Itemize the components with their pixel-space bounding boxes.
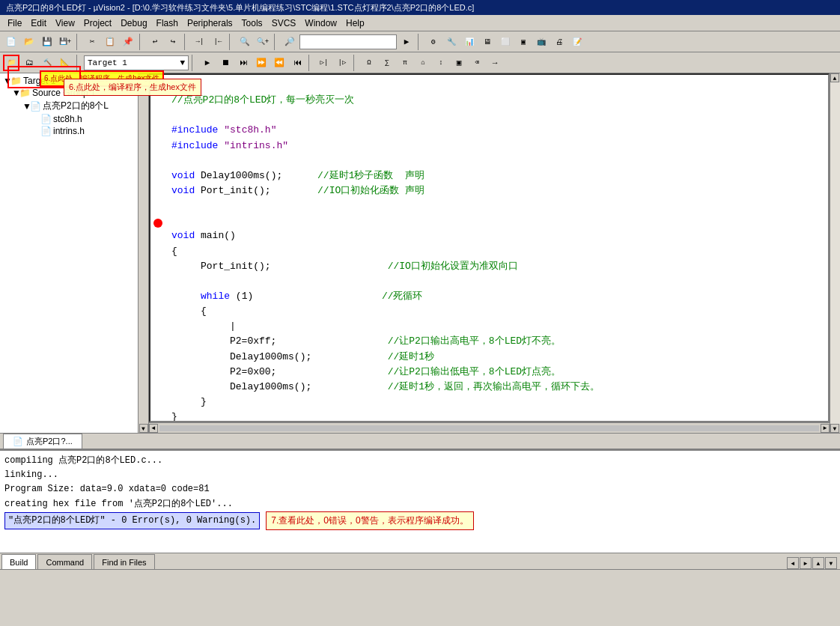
vscroll-down[interactable]: ▼ bbox=[830, 424, 839, 433]
menu-peripherals[interactable]: Peripherals bbox=[183, 16, 237, 30]
vscroll-up[interactable]: ▲ bbox=[830, 73, 839, 82]
menu-file[interactable]: File bbox=[3, 16, 26, 30]
search-icon[interactable]: 🔎 bbox=[281, 34, 298, 50]
search-input[interactable] bbox=[303, 37, 393, 46]
save-button[interactable]: 💾 bbox=[39, 34, 55, 50]
menu-svcs[interactable]: SVCS bbox=[267, 16, 301, 30]
output-line-2: linking... bbox=[4, 468, 836, 482]
sidebar-vscroll[interactable]: ▲ ▼ bbox=[139, 73, 149, 433]
misc-btn5[interactable]: ↕ bbox=[433, 55, 449, 71]
misc-btn4[interactable]: ⌂ bbox=[415, 55, 431, 71]
config5-button[interactable]: ⬜ bbox=[497, 34, 514, 50]
misc-btn1[interactable]: Ω bbox=[361, 55, 377, 71]
nav-up[interactable]: ▲ bbox=[812, 557, 824, 569]
toolbar2-btn2[interactable]: 🗂 bbox=[21, 55, 37, 71]
toolbar2-btn4[interactable]: 📐 bbox=[57, 55, 73, 71]
tree-item-source[interactable]: ▼ 📁 Source Group 1 bbox=[1, 87, 136, 99]
workspace-button[interactable]: 📁 bbox=[3, 55, 19, 71]
step4-button[interactable]: ⏮ bbox=[289, 55, 305, 71]
title-bar: 点亮P2口的8个LED灯 - µVision2 - [D:\0.学习软件练习文件… bbox=[0, 0, 840, 15]
menu-help[interactable]: Help bbox=[341, 16, 369, 30]
misc-btn3[interactable]: π bbox=[397, 55, 413, 71]
tree-item-intrins[interactable]: 📄 intrins.h bbox=[1, 125, 136, 137]
config9-button[interactable]: 📝 bbox=[569, 34, 585, 50]
tree-item-main-c[interactable]: ▼ 📄 点亮P2口的8个L bbox=[1, 99, 136, 113]
code-hscroll[interactable]: ◄ ► bbox=[149, 422, 830, 433]
menu-flash[interactable]: Flash bbox=[152, 16, 183, 30]
tab-find-in-files[interactable]: Find in Files bbox=[94, 554, 154, 569]
menu-tools[interactable]: Tools bbox=[237, 16, 267, 30]
code-text[interactable]: //点亮P2口的8个LED灯，每一秒亮灭一次 #include "stc8h.h… bbox=[165, 75, 828, 421]
debug-btn2[interactable]: |▷ bbox=[334, 55, 350, 71]
run-button[interactable]: ▶ bbox=[199, 55, 216, 71]
while-kw: while bbox=[201, 291, 230, 302]
nav-arrows: ◄ ► ▲ ▼ bbox=[784, 557, 840, 569]
redo-button[interactable]: ↪ bbox=[165, 34, 181, 50]
nav-prev[interactable]: ◄ bbox=[787, 557, 799, 569]
menu-debug[interactable]: Debug bbox=[116, 16, 151, 30]
tab-icon: 📄 bbox=[13, 437, 23, 446]
menu-project[interactable]: Project bbox=[79, 16, 116, 30]
tree-item-stc8h[interactable]: 📄 stc8h.h bbox=[1, 113, 136, 125]
tab-find-label: Find in Files bbox=[102, 558, 146, 567]
main-c-label: 点亮P2口的8个L bbox=[43, 100, 109, 112]
copy-button[interactable]: 📋 bbox=[102, 34, 118, 50]
config3-button[interactable]: 📊 bbox=[461, 34, 478, 50]
unindent-button[interactable]: |← bbox=[210, 34, 226, 50]
search-dropdown[interactable] bbox=[299, 34, 397, 49]
tab-build[interactable]: Build bbox=[1, 554, 36, 569]
tab-main-c[interactable]: 📄 点亮P2口?... bbox=[3, 434, 82, 449]
save-all-button[interactable]: 💾+ bbox=[57, 34, 73, 50]
debug-btn1[interactable]: ▷| bbox=[316, 55, 332, 71]
hscroll-left[interactable]: ◄ bbox=[149, 424, 158, 433]
config8-button[interactable]: 🖨 bbox=[551, 34, 567, 50]
indent-button[interactable]: →| bbox=[192, 34, 208, 50]
menu-edit[interactable]: Edit bbox=[26, 16, 51, 30]
tab-command[interactable]: Command bbox=[37, 554, 92, 569]
config2-button[interactable]: 🔧 bbox=[443, 34, 460, 50]
new-button[interactable]: 📄 bbox=[3, 34, 19, 50]
config4-button[interactable]: 🖥 bbox=[479, 34, 496, 50]
source-label: Source Group 1 bbox=[32, 88, 96, 98]
undo-button[interactable]: ↩ bbox=[147, 34, 163, 50]
sidebar: ▼ 📁 Target 1 ▼ 📁 Source Group 1 ▼ 📄 点亮P2… bbox=[0, 73, 139, 433]
config7-button[interactable]: 📺 bbox=[533, 34, 550, 50]
target-dropdown[interactable]: Target 1 ▼ bbox=[84, 55, 189, 70]
menu-view[interactable]: View bbox=[51, 16, 79, 30]
config1-button[interactable]: ⚙ bbox=[425, 34, 442, 50]
misc-btn7[interactable]: ⌫ bbox=[469, 55, 485, 71]
nav-down[interactable]: ▼ bbox=[825, 557, 837, 569]
cut-button[interactable]: ✂ bbox=[84, 34, 100, 50]
stop-button[interactable]: ⏹ bbox=[217, 55, 234, 71]
tree-item-target[interactable]: ▼ 📁 Target 1 bbox=[1, 75, 136, 87]
scroll-up[interactable]: ▲ bbox=[139, 73, 148, 82]
nav-next[interactable]: ► bbox=[800, 557, 812, 569]
config6-button[interactable]: ▣ bbox=[515, 34, 532, 50]
find-button[interactable]: 🔍 bbox=[237, 34, 253, 50]
include1-str: "stc8h.h" bbox=[224, 124, 276, 136]
menu-bar: File Edit View Project Debug Flash Perip… bbox=[0, 15, 840, 31]
step3-button[interactable]: ⏪ bbox=[271, 55, 287, 71]
scroll-down[interactable]: ▼ bbox=[139, 424, 148, 433]
sep8 bbox=[192, 55, 196, 71]
misc-btn6[interactable]: ▣ bbox=[451, 55, 467, 71]
step2-button[interactable]: ⏩ bbox=[253, 55, 270, 71]
open-button[interactable]: 📂 bbox=[21, 34, 37, 50]
code-editor-area: //点亮P2口的8个LED灯，每一秒亮灭一次 #include "stc8h.h… bbox=[149, 73, 830, 433]
sidebar-scroll[interactable]: ▼ 📁 Target 1 ▼ 📁 Source Group 1 ▼ 📄 点亮P2… bbox=[0, 73, 138, 433]
misc-btn8[interactable]: → bbox=[487, 55, 503, 71]
tab-label: 点亮P2口?... bbox=[26, 436, 73, 447]
main-layout: ▼ 📁 Target 1 ▼ 📁 Source Group 1 ▼ 📄 点亮P2… bbox=[0, 73, 840, 433]
paste-button[interactable]: 📌 bbox=[120, 34, 136, 50]
search-go[interactable]: ▶ bbox=[398, 34, 415, 50]
misc-btn2[interactable]: ∑ bbox=[379, 55, 395, 71]
toolbar1: 📄 📂 💾 💾+ ✂ 📋 📌 ↩ ↪ →| |← 🔍 🔍+ 🔎 ▶ ⚙ 🔧 📊 … bbox=[0, 31, 840, 52]
menu-window[interactable]: Window bbox=[300, 16, 341, 30]
code-vscroll[interactable]: ▲ ▼ bbox=[830, 73, 840, 433]
bottom-panel: compiling 点亮P2口的8个LED.c... linking... Pr… bbox=[0, 449, 840, 569]
step-button[interactable]: ⏭ bbox=[235, 55, 252, 71]
sep6 bbox=[418, 34, 422, 50]
toolbar2-btn3[interactable]: 🔨 6.点此处，编译程序，生成hex文件 bbox=[39, 55, 55, 71]
hscroll-right[interactable]: ► bbox=[821, 424, 830, 433]
find2-button[interactable]: 🔍+ bbox=[255, 34, 271, 50]
